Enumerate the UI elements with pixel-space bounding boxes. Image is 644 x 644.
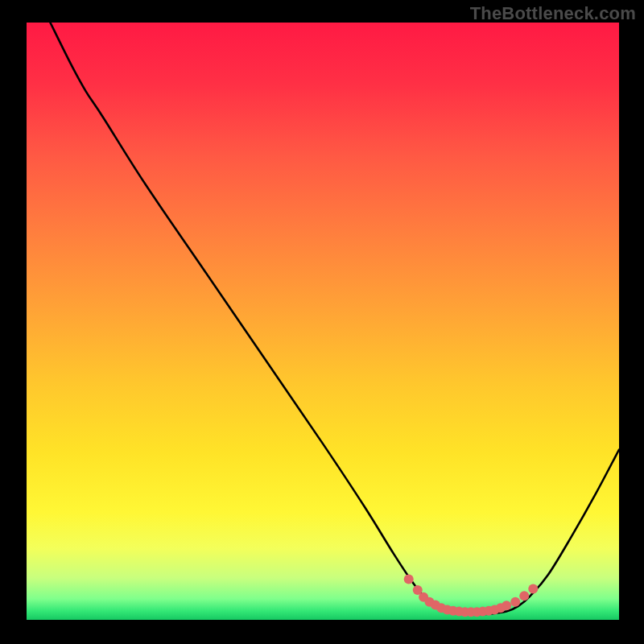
optimal-range-dot xyxy=(519,591,529,601)
optimal-range-dot xyxy=(528,584,538,593)
optimal-range-dot xyxy=(510,597,520,607)
plot-area xyxy=(27,23,619,620)
chart-frame: TheBottleneck.com xyxy=(0,0,644,644)
optimal-range-dot xyxy=(404,575,414,584)
gradient-background xyxy=(27,23,619,620)
bottleneck-chart xyxy=(27,23,619,620)
watermark-text: TheBottleneck.com xyxy=(470,3,636,24)
optimal-range-dot xyxy=(502,601,511,610)
